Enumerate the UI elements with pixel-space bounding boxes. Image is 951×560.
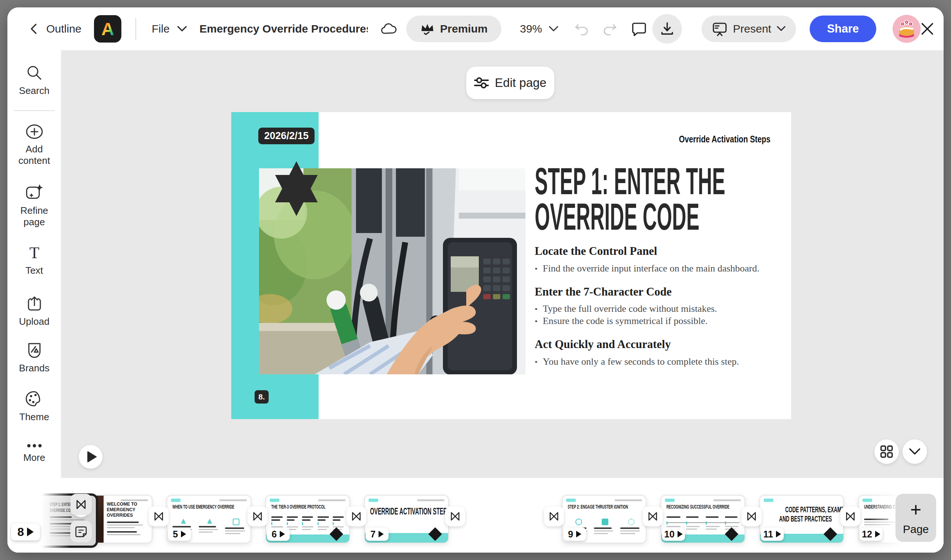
thumbnail-play-9[interactable]: 9	[563, 528, 586, 541]
plus-icon: +	[910, 500, 922, 519]
sliders-icon	[474, 77, 489, 89]
crown-icon	[420, 22, 435, 35]
collapse-filmstrip-button[interactable]	[903, 439, 927, 464]
svg-text:A: A	[102, 19, 114, 39]
left-sidebar: Search Add content Refine page T Text	[8, 50, 61, 478]
transition-button[interactable]	[346, 506, 366, 526]
thumbnail-play-10[interactable]: 10	[662, 528, 685, 541]
top-bar: Outline A File Emergency Override Proced…	[8, 8, 943, 50]
thumbnail-play-7[interactable]: 7	[365, 528, 388, 541]
sidebar-item-text[interactable]: T Text	[8, 244, 61, 276]
thumbnail-play-11[interactable]: 11	[761, 528, 784, 541]
slide-page[interactable]: 2026/2/15	[231, 112, 791, 419]
theme-icon	[25, 391, 44, 408]
bullet-item[interactable]: Find the override input interface on the…	[535, 263, 759, 274]
section-heading[interactable]: Enter the 7-Character Code	[535, 285, 672, 298]
document-title[interactable]: Emergency Override Procedures Ex...	[199, 23, 368, 35]
transition-button[interactable]	[445, 506, 465, 526]
speaker-notes-button[interactable]	[70, 521, 92, 542]
sidebar-item-brands[interactable]: Brands	[8, 342, 61, 374]
adobe-express-logo-icon: A	[94, 15, 121, 43]
section-heading[interactable]: Act Quickly and Accurately	[535, 338, 671, 351]
transition-icon	[845, 511, 856, 522]
close-button[interactable]	[920, 22, 935, 36]
undo-button[interactable]	[574, 22, 590, 36]
search-icon	[26, 65, 43, 82]
svg-text:T: T	[29, 244, 39, 261]
adobe-express-logo[interactable]: A	[94, 15, 121, 43]
present-chevron-icon	[776, 26, 786, 32]
transition-button[interactable]	[544, 506, 564, 526]
sidebar-item-add-content[interactable]: Add content	[8, 123, 61, 166]
transition-button[interactable]	[643, 506, 663, 526]
transition-icon	[350, 511, 362, 522]
chevron-down-icon	[908, 448, 921, 456]
thumbnail-play-5[interactable]: 5	[168, 528, 191, 541]
add-page-button[interactable]: + Page	[896, 494, 936, 542]
transition-button[interactable]	[248, 506, 268, 526]
back-button[interactable]	[28, 23, 39, 35]
cloud-sync-icon[interactable]	[381, 22, 398, 35]
slide-thumbnail-9[interactable]: STEP 2: ENGAGE THRUSTER IGNITION 9	[562, 495, 646, 543]
slide-title[interactable]: STEP 1: ENTER THE OVERRIDE CODE	[535, 161, 791, 237]
sidebar-divider	[14, 110, 55, 111]
slide-thumbnail-5[interactable]: WHEN TO USE EMERGENCY OVERRIDE 5	[166, 495, 251, 543]
avatar[interactable]	[892, 15, 921, 43]
slide-thumbnail-11[interactable]: CODE PATTERNS, EXAMPLES, AND BEST PRACTI…	[759, 495, 844, 543]
refine-page-icon	[25, 183, 44, 201]
transitions-button[interactable]	[70, 494, 92, 515]
file-chevron-icon[interactable]	[177, 25, 188, 32]
transition-icon	[548, 511, 560, 522]
transition-icon	[746, 511, 757, 522]
transition-button[interactable]	[840, 506, 860, 526]
redo-button[interactable]	[602, 22, 617, 36]
present-button[interactable]: Present	[701, 15, 796, 42]
sidebar-item-search[interactable]: Search	[8, 65, 61, 97]
transition-button[interactable]	[741, 506, 761, 526]
present-icon	[712, 21, 728, 37]
transition-icon	[647, 511, 659, 522]
download-button[interactable]	[652, 14, 682, 44]
edit-page-button[interactable]: Edit page	[466, 66, 554, 99]
slide-thumbnail-10[interactable]: RECOGNIZING SUCCESSFUL OVERRIDE 10	[661, 495, 745, 543]
file-menu[interactable]: File	[152, 23, 170, 35]
grid-view-button[interactable]	[874, 439, 899, 464]
download-icon	[660, 22, 674, 36]
sidebar-item-refine-page[interactable]: Refine page	[8, 183, 61, 228]
add-content-icon	[25, 123, 44, 140]
chevron-left-icon	[28, 23, 39, 35]
outline-button[interactable]: Outline	[46, 23, 82, 35]
play-preview-button[interactable]	[79, 445, 103, 469]
transition-icon	[449, 511, 461, 522]
share-button[interactable]: Share	[810, 15, 876, 42]
zoom-level[interactable]: 39%	[520, 23, 542, 35]
thumbnail-play-12[interactable]: 12	[860, 528, 883, 541]
section-heading[interactable]: Locate the Control Panel	[535, 245, 657, 258]
edit-page-label: Edit page	[495, 76, 546, 90]
thumbnail-play-6[interactable]: 6	[267, 528, 290, 541]
zoom-chevron-icon[interactable]	[549, 26, 559, 32]
bullet-item[interactable]: Ensure the code is symmetrical if possib…	[535, 315, 707, 327]
bullet-item[interactable]: You have only a few seconds to complete …	[535, 356, 739, 367]
sidebar-item-upload[interactable]: Upload	[8, 295, 61, 327]
premium-label: Premium	[440, 23, 487, 35]
sidebar-item-more[interactable]: More	[8, 443, 61, 463]
close-icon	[920, 22, 935, 36]
upload-icon	[26, 295, 43, 312]
slide-header-label[interactable]: Override Activation Steps	[653, 134, 771, 145]
bullet-item[interactable]: Type the full override code without mist…	[535, 303, 717, 314]
slide-thumbnail-6[interactable]: THE TIER-3 OVERRIDE PROTOCOL 6	[265, 495, 350, 543]
more-icon	[26, 443, 43, 448]
transition-icon	[75, 498, 87, 511]
slide-thumbnail-7[interactable]: OVERRIDE ACTIVATION STEPS 7	[364, 495, 449, 543]
app-window: Outline A File Emergency Override Proced…	[8, 8, 943, 552]
transition-button[interactable]	[149, 506, 169, 526]
date-badge: 2026/2/15	[258, 128, 314, 144]
text-icon: T	[26, 244, 43, 261]
sidebar-item-theme[interactable]: Theme	[8, 391, 61, 423]
comment-button[interactable]	[631, 21, 647, 37]
premium-button[interactable]: Premium	[406, 15, 501, 42]
share-label: Share	[827, 22, 859, 35]
transition-icon	[153, 511, 165, 522]
thumbnail-play-8[interactable]: 8	[11, 523, 40, 540]
